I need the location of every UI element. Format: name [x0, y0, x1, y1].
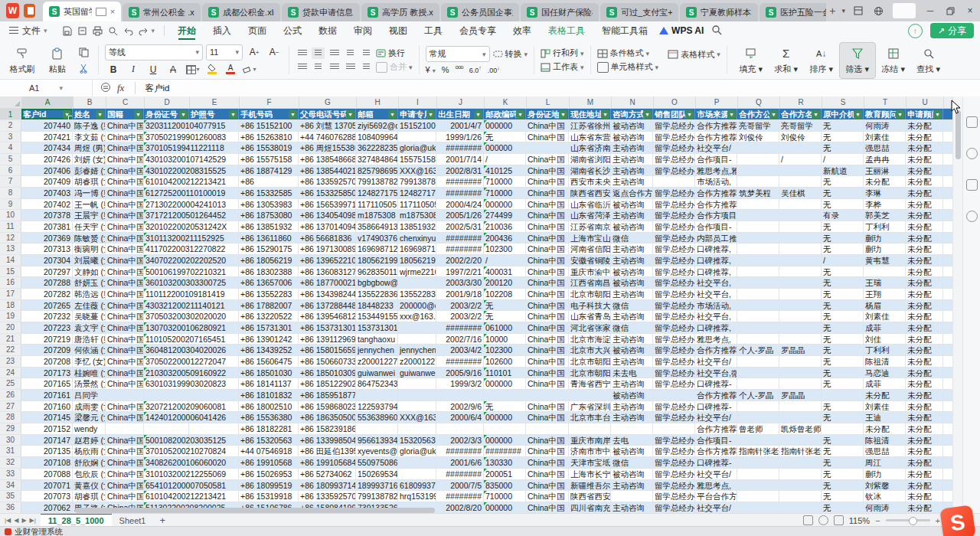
data-cell[interactable] — [779, 435, 822, 446]
data-cell[interactable]: 郭美芝 — [864, 210, 906, 221]
data-cell[interactable] — [526, 142, 569, 153]
wrap-text-button[interactable]: 换行 — [376, 47, 405, 59]
data-cell[interactable]: +86 周煜155380 — [299, 142, 356, 153]
data-cell[interactable] — [779, 233, 822, 243]
minimize-button[interactable]: ─ — [920, 0, 940, 21]
align-center-icon[interactable] — [312, 61, 325, 73]
data-cell[interactable]: 155751588 — [398, 154, 436, 165]
data-cell[interactable]: wjrme2216 — [398, 266, 436, 277]
wps-ai-button[interactable]: WPS AI — [659, 25, 704, 36]
data-cell[interactable]: 陈祖清 — [864, 435, 906, 446]
data-cell[interactable]: 合作项目- — [695, 221, 737, 232]
row-number[interactable]: 7 — [0, 176, 21, 187]
data-cell[interactable]: 207219 — [21, 334, 73, 345]
data-cell[interactable]: 胡睿琪 (女 — [73, 491, 106, 502]
data-cell[interactable]: 留学总经办 — [653, 289, 695, 299]
underline-button[interactable]: U — [145, 63, 162, 77]
column-header-L[interactable]: L — [527, 96, 570, 108]
data-cell[interactable]: 雅思考点, — [695, 334, 737, 345]
filter-dropdown-icon[interactable]: ▼ — [727, 110, 736, 119]
header-cell[interactable]: 合作方公▼ — [737, 109, 779, 119]
data-cell[interactable]: 无 — [822, 132, 864, 142]
data-cell[interactable]: 618099371 — [398, 480, 436, 491]
data-cell[interactable]: 陕西省西安 — [569, 491, 611, 502]
data-cell[interactable]: 135522836 — [398, 289, 436, 299]
data-cell[interactable]: 天津市宝坻 — [569, 457, 611, 468]
row-number[interactable]: 26 — [0, 390, 21, 400]
data-cell[interactable]: China中国 — [526, 480, 569, 491]
data-cell[interactable]: 未分配 — [906, 457, 943, 468]
view-page-icon[interactable] — [818, 515, 828, 525]
data-cell[interactable]: 未分配 — [906, 199, 943, 210]
data-cell[interactable]: 无 — [822, 378, 864, 389]
data-cell[interactable] — [779, 412, 822, 423]
filter-dropdown-icon[interactable]: ▼ — [134, 110, 142, 119]
justify-icon[interactable] — [344, 61, 357, 73]
data-cell[interactable]: gloria@uk — [398, 142, 436, 153]
data-cell[interactable]: 32010220020531242X — [144, 221, 189, 232]
data-cell[interactable]: 合作项目- — [695, 154, 737, 165]
data-cell[interactable]: 上海市宝山 — [569, 233, 611, 243]
data-cell[interactable]: 胡睿琪 (女 — [73, 176, 106, 187]
data-cell[interactable]: 陕西省西安 — [569, 188, 611, 198]
data-cell[interactable] — [189, 390, 239, 400]
data-cell[interactable]: 2002/3/3 — [436, 435, 484, 446]
data-cell[interactable]: +86 1850103098 — [299, 368, 356, 378]
data-cell[interactable]: 电子科技大 — [569, 300, 611, 311]
data-cell[interactable] — [737, 378, 779, 389]
header-cell[interactable]: 销售团队▼ — [653, 109, 695, 119]
data-cell[interactable]: China中国 — [526, 300, 569, 311]
data-cell[interactable] — [144, 390, 189, 400]
wps-logo-icon[interactable]: W — [6, 3, 19, 18]
data-cell[interactable]: +86 1859518772 — [299, 390, 356, 400]
data-cell[interactable]: 430321200211140121 — [144, 300, 189, 311]
data-cell[interactable]: 200000@qq — [398, 300, 436, 311]
data-cell[interactable]: +86 13053983 — [239, 199, 299, 210]
data-cell[interactable]: +86 — [239, 176, 299, 187]
data-cell[interactable]: +86 13901242 — [239, 334, 299, 345]
data-cell[interactable] — [737, 176, 779, 187]
data-cell[interactable] — [779, 334, 822, 345]
data-cell[interactable]: 411702200312270822 — [144, 243, 189, 254]
data-cell[interactable]: ######## — [436, 176, 484, 187]
data-cell[interactable]: +86 1809937149 — [299, 480, 356, 491]
data-cell[interactable]: China中国 — [106, 435, 144, 446]
data-cell[interactable]: 358664913 — [356, 221, 398, 232]
data-cell[interactable]: 未分配 — [906, 142, 943, 153]
undo-icon[interactable] — [121, 24, 136, 38]
row-number[interactable]: 10 — [0, 210, 21, 221]
tab-list-caret-icon[interactable]: ▾ — [841, 7, 845, 15]
data-cell[interactable]: 北京市丰台 — [569, 412, 611, 423]
data-cell[interactable]: China中国 — [526, 199, 569, 210]
filter-dropdown-icon[interactable]: ▼ — [516, 110, 524, 119]
data-cell[interactable]: 无 — [822, 188, 864, 198]
data-cell[interactable]: 湖南省长沙 — [569, 165, 611, 176]
data-cell[interactable]: 李忆 (女) — [73, 356, 106, 367]
data-cell[interactable] — [611, 423, 653, 434]
data-cell[interactable]: 王丽淋 — [864, 165, 906, 176]
restore-button[interactable] — [940, 0, 960, 21]
data-cell[interactable] — [779, 266, 822, 277]
data-cell[interactable]: 无 — [822, 356, 864, 367]
data-cell[interactable]: ######## — [436, 243, 484, 254]
new-tab-button[interactable]: + — [829, 5, 835, 17]
view-reader-icon[interactable] — [834, 515, 844, 525]
data-cell[interactable]: xyevents@ — [356, 446, 398, 456]
data-cell[interactable] — [737, 289, 779, 299]
header-cell[interactable]: 市场来源▼ — [695, 109, 737, 119]
data-cell[interactable] — [779, 176, 822, 187]
row-number[interactable]: 14 — [0, 255, 21, 266]
data-cell[interactable]: +86 1582391864 — [299, 423, 356, 434]
data-cell[interactable]: 主动咨询 — [611, 142, 653, 153]
data-cell[interactable] — [569, 390, 611, 400]
globe-icon[interactable] — [868, 0, 888, 21]
row-number[interactable]: 34 — [0, 480, 21, 491]
data-cell[interactable]: +86 52734062 — [299, 469, 356, 479]
data-cell[interactable]: 曾老师 — [737, 423, 779, 434]
data-cell[interactable] — [484, 390, 526, 400]
data-cell[interactable]: 未分配 — [906, 210, 943, 221]
data-cell[interactable]: 2001/6/6 — [436, 457, 484, 468]
data-cell[interactable]: 北京市大兴 — [569, 345, 611, 355]
worksheet-button[interactable]: 工作表▾ — [541, 61, 584, 73]
data-cell[interactable]: 2001/4/7 — [436, 120, 484, 131]
